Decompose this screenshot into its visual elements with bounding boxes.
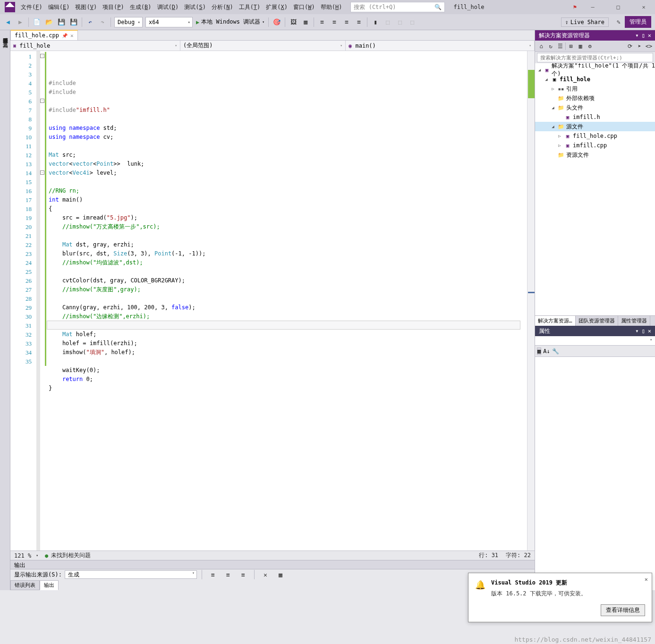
back-button[interactable]: ◀ bbox=[3, 17, 13, 27]
menu-编辑(E)[interactable]: 编辑(E) bbox=[45, 1, 73, 13]
close-icon[interactable]: ✕ bbox=[648, 328, 651, 334]
minimize-button[interactable]: — bbox=[583, 0, 602, 14]
tree-item[interactable]: 📁外部依赖项 bbox=[535, 93, 655, 103]
output-clear-icon[interactable]: ✕ bbox=[260, 569, 271, 580]
feedback-icon[interactable]: ✎ bbox=[613, 17, 624, 27]
tree-item[interactable]: 📁资源文件 bbox=[535, 150, 655, 160]
output-tool-icon[interactable]: ▦ bbox=[275, 569, 286, 580]
solution-root[interactable]: ◢▣ 解决方案"fill_hole"(1 个项目/共 1 个) bbox=[535, 65, 655, 75]
tool-icon[interactable]: ⚙ bbox=[586, 42, 594, 51]
menu-测试(S)[interactable]: 测试(S) bbox=[181, 1, 209, 13]
tool-icon[interactable]: ▦ bbox=[300, 17, 311, 27]
tool-icon[interactable]: ⬚ bbox=[395, 17, 405, 27]
admin-button[interactable]: 管理员 bbox=[625, 16, 651, 28]
close-notify-icon[interactable]: ✕ bbox=[645, 576, 648, 583]
tab-propmgr[interactable]: 属性管理器 bbox=[618, 316, 650, 326]
menu-帮助(H)[interactable]: 帮助(H) bbox=[318, 1, 345, 13]
platform-combo[interactable]: x64 bbox=[145, 17, 193, 27]
output-src-combo[interactable]: 生成 bbox=[65, 570, 197, 579]
categorized-icon[interactable]: ▦ bbox=[537, 347, 541, 355]
global-search[interactable]: 搜索 (Ctrl+Q) 🔍 bbox=[350, 2, 445, 12]
menu-调试(D)[interactable]: 调试(D) bbox=[154, 1, 182, 13]
output-tool-icon[interactable]: ≡ bbox=[238, 569, 248, 580]
nav-region[interactable]: (全局范围) bbox=[180, 41, 346, 51]
pin-icon[interactable]: ▯ bbox=[642, 328, 645, 334]
tree-item[interactable]: ◢📁源文件 bbox=[535, 122, 655, 131]
redo-icon[interactable]: ↷ bbox=[97, 17, 108, 27]
close-tab-icon[interactable]: ✕ bbox=[70, 33, 74, 39]
server-explorer-tab[interactable]: 服务器资源管理器 bbox=[1, 32, 9, 36]
menu-视图(V)[interactable]: 视图(V) bbox=[72, 1, 100, 13]
tool-icon[interactable]: ☰ bbox=[556, 42, 564, 51]
tool-icon[interactable]: ▮ bbox=[370, 17, 381, 27]
tab-error-list[interactable]: 错误列表 bbox=[10, 580, 40, 590]
maximize-button[interactable]: □ bbox=[609, 0, 628, 14]
menu-文件(F)[interactable]: 文件(F) bbox=[18, 1, 45, 13]
dropdown-icon[interactable]: ▾ bbox=[635, 328, 638, 334]
undo-icon[interactable]: ↶ bbox=[85, 17, 95, 27]
tree-item[interactable]: ▷▣imfill.cpp bbox=[535, 141, 655, 150]
live-share-button[interactable]: ⇪Live Share bbox=[561, 17, 609, 27]
tree-item[interactable]: ▣imfill.h bbox=[535, 112, 655, 122]
menu-生成(B)[interactable]: 生成(B) bbox=[127, 1, 154, 13]
toolbox-tab[interactable]: 工具箱 bbox=[1, 37, 9, 41]
output-tool-icon[interactable]: ≡ bbox=[208, 569, 218, 580]
tool-icon[interactable]: ⬚ bbox=[383, 17, 393, 27]
tab-fill-hole-cpp[interactable]: fill_hole.cpp 📌 ✕ bbox=[10, 30, 78, 40]
tool-icon[interactable]: 🖼 bbox=[288, 17, 298, 27]
tree-icon: ▪▪ bbox=[558, 85, 564, 92]
menu-分析(N)[interactable]: 分析(N) bbox=[209, 1, 236, 13]
tool-icon[interactable]: ➤ bbox=[635, 42, 644, 51]
outline-bar[interactable]: --- bbox=[40, 51, 47, 551]
menu-扩展(X)[interactable]: 扩展(X) bbox=[263, 1, 290, 13]
tree-item[interactable]: ◢📁头文件 bbox=[535, 103, 655, 112]
config-combo[interactable]: Debug bbox=[114, 17, 143, 27]
save-all-icon[interactable]: 💾 bbox=[68, 17, 79, 27]
props-object-combo[interactable] bbox=[535, 336, 655, 346]
pin-icon[interactable]: ▯ bbox=[642, 32, 645, 39]
tool-icon[interactable]: ≡ bbox=[317, 17, 327, 27]
nav-scope[interactable]: ▣ fill_hole bbox=[10, 41, 180, 51]
menu-工具(T)[interactable]: 工具(T) bbox=[236, 1, 264, 13]
flag-icon[interactable]: ⚑ bbox=[573, 4, 577, 10]
tree-item[interactable]: ▷▣fill_hole.cpp bbox=[535, 131, 655, 141]
code-area[interactable]: 1234567891011121314151617181920212223242… bbox=[10, 51, 535, 551]
alphabetical-icon[interactable]: A↓ bbox=[543, 348, 550, 355]
nav-func[interactable]: ◉ main() bbox=[346, 41, 535, 51]
new-file-icon[interactable]: 📄 bbox=[32, 17, 42, 27]
tree-item[interactable]: ▷▪▪引用 bbox=[535, 84, 655, 93]
tool-icon[interactable]: ≡ bbox=[354, 17, 364, 27]
props-icon[interactable]: 🔧 bbox=[552, 348, 559, 355]
zoom-level[interactable]: 121 % bbox=[14, 552, 31, 559]
solution-search-input[interactable] bbox=[537, 53, 653, 62]
tool-icon[interactable]: <> bbox=[645, 42, 653, 51]
tab-solution[interactable]: 解决方案资源… bbox=[535, 316, 576, 326]
tab-team[interactable]: 团队资源管理器 bbox=[576, 316, 618, 326]
tool-icon[interactable]: ⬚ bbox=[407, 17, 417, 27]
open-icon[interactable]: 📂 bbox=[44, 17, 54, 27]
save-icon[interactable]: 💾 bbox=[56, 17, 67, 27]
solution-tree[interactable]: ◢▣ 解决方案"fill_hole"(1 个项目/共 1 个) ◢▣fill_h… bbox=[535, 63, 655, 315]
output-tool-icon[interactable]: ≡ bbox=[223, 569, 233, 580]
menu-项目(P)[interactable]: 项目(P) bbox=[100, 1, 127, 13]
home-icon[interactable]: ⌂ bbox=[537, 42, 545, 51]
tool-icon[interactable]: ⊞ bbox=[567, 42, 575, 51]
tab-output[interactable]: 输出 bbox=[40, 580, 59, 590]
code-text[interactable]: #include#include #include"imfill.h" usin… bbox=[47, 51, 527, 551]
tool-icon[interactable]: ≡ bbox=[341, 17, 352, 27]
tool-icon[interactable]: ↻ bbox=[546, 42, 555, 51]
notify-details-button[interactable]: 查看详细信息 bbox=[601, 604, 645, 616]
close-icon[interactable]: ✕ bbox=[648, 32, 651, 39]
forward-button[interactable]: ▶ bbox=[15, 17, 26, 27]
tool-icon[interactable]: 🎯 bbox=[272, 17, 282, 27]
tool-icon[interactable]: ≡ bbox=[329, 17, 340, 27]
scrollbar[interactable] bbox=[527, 51, 535, 551]
chevron-down-icon[interactable]: ▾ bbox=[36, 553, 38, 558]
close-button[interactable]: ✕ bbox=[634, 0, 653, 14]
run-button[interactable]: ▶本地 Windows 调试器▾ bbox=[196, 18, 264, 26]
dropdown-icon[interactable]: ▾ bbox=[635, 32, 638, 39]
tool-icon[interactable]: ⟳ bbox=[626, 42, 634, 51]
menu-窗口(W)[interactable]: 窗口(W) bbox=[290, 1, 318, 13]
pin-icon[interactable]: 📌 bbox=[62, 33, 68, 38]
tool-icon[interactable]: ▦ bbox=[576, 42, 585, 51]
